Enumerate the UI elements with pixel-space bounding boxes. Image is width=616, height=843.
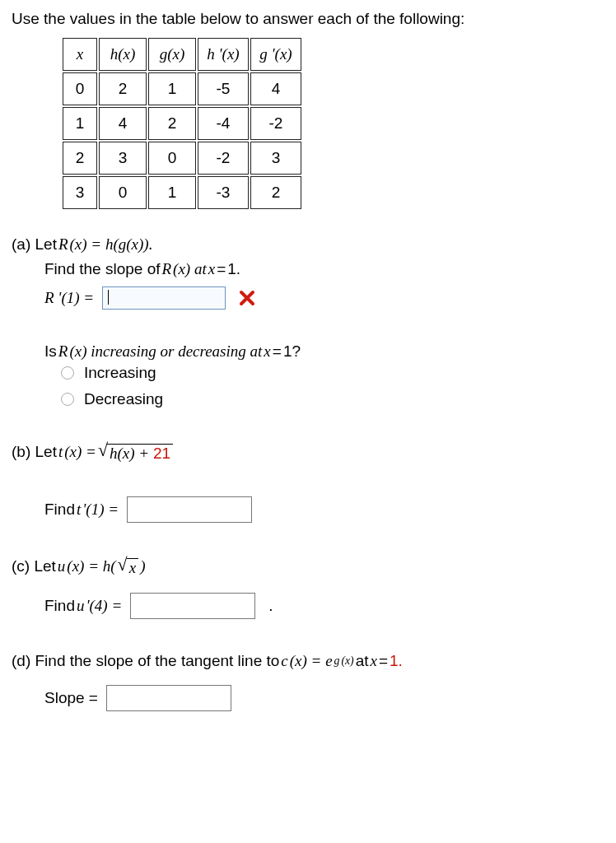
part-c-definition: (c) Let u (x) = h( √ x ) [12,556,604,578]
table-header-row: x h(x) g(x) h '(x) g '(x) [63,38,301,71]
txt: Is [44,342,57,361]
cell: 2 [250,176,301,209]
table-row: 3 0 1 -3 2 [63,176,301,209]
cell: 1 [148,72,196,105]
sqrt-expr: √ x [118,556,139,578]
cell: 4 [99,107,147,140]
part-b-definition: (b) Let t (x) = √ h(x) + 21 [12,441,604,463]
t-var: t [58,443,63,461]
cell: 0 [63,72,97,105]
label: (b) Let [12,443,57,461]
cell: -5 [198,72,249,105]
cell: 3 [99,142,147,175]
part-c-prompt: Find u '(4) = . [44,593,604,619]
val: 1. [227,260,240,278]
x-var: x [208,260,215,278]
cell: 0 [99,176,147,209]
exp-rest: (x) [341,654,353,668]
label: (c) Let [12,557,56,575]
radicand-const: 21 [153,445,170,462]
txt: Find the slope of [44,260,160,278]
txt: (x) = h( [67,557,115,575]
txt: (d) Find the slope of the tangent line t… [12,652,279,670]
post: at [356,652,369,670]
header-x: x [63,38,97,71]
header-gx: g(x) [148,38,196,71]
radio-increasing-row: Increasing [61,364,604,382]
eq: = [379,652,388,670]
val: 1? [283,342,301,361]
part-a-definition: (a) Let R (x) = h(g(x)). [12,235,604,254]
slope-input[interactable] [106,685,231,711]
table-row: 0 2 1 -5 4 [63,72,301,105]
table-row: 2 3 0 -2 3 [63,142,301,175]
radio-label: Increasing [84,364,156,382]
lhs: R '(1) = [44,289,94,307]
instruction-text: Use the values in the table below to ans… [12,10,604,28]
radio-decreasing-row: Decreasing [61,390,604,408]
part-d-slope-row: Slope = [44,685,604,711]
radio-decreasing[interactable] [61,393,74,406]
header-hx: h(x) [99,38,147,71]
radio-increasing[interactable] [61,366,74,380]
close-paren: ) [140,557,145,575]
label: (a) Let [12,235,57,254]
txt: Find [44,597,75,615]
exp-g: g [334,654,340,668]
txt: Find [44,501,75,519]
x-var: x [264,342,270,361]
period: . [268,597,273,615]
slope-label: Slope = [44,689,98,707]
cell: 1 [63,107,97,140]
part-b-prompt: Find t '(1) = [44,496,604,523]
eq: = [217,260,226,278]
u-var: u [77,597,85,615]
r-var: R [58,235,68,254]
txt: '(4) = [86,597,122,615]
cell: 3 [250,142,301,175]
radicand: x [127,558,138,578]
cell: -2 [198,142,249,175]
val: 1. [390,652,403,670]
table-row: 1 4 2 -4 -2 [63,107,301,140]
part-c: (c) Let u (x) = h( √ x ) Find u '(4) = . [12,556,604,619]
part-d: (d) Find the slope of the tangent line t… [12,652,604,711]
cell: 2 [148,107,196,140]
cell: 0 [148,142,196,175]
part-a-prompt: Find the slope of R (x) at x = 1. [44,260,604,278]
incorrect-icon [239,290,255,306]
u-var: u [58,557,66,575]
part-a-question2: Is R (x) increasing or decreasing at x =… [44,342,604,361]
txt: (x) increasing or decreasing at [69,342,262,361]
radicand-h: h(x) + [110,445,153,462]
tprime1-input[interactable] [127,496,252,523]
part-b: (b) Let t (x) = √ h(x) + 21 Find t '(1) … [12,441,604,523]
rprime1-input[interactable] [102,286,226,310]
cell: 4 [250,72,301,105]
txt: '(1) = [82,501,119,519]
cell: 2 [99,72,147,105]
function-table: x h(x) g(x) h '(x) g '(x) 0 2 1 -5 4 1 4… [61,36,303,211]
text-cursor [108,290,109,305]
radio-label: Decreasing [84,390,163,408]
cell: 3 [63,176,97,209]
uprime4-input[interactable] [130,593,255,619]
cell: -3 [198,176,249,209]
part-a: (a) Let R (x) = h(g(x)). Find the slope … [12,235,604,408]
r-var: R [58,342,68,361]
cell: 2 [63,142,97,175]
txt: (x) = [64,443,96,461]
c-var: c [281,652,287,670]
part-d-prompt: (d) Find the slope of the tangent line t… [12,652,604,670]
cell: 1 [148,176,196,209]
radicand: h(x) + 21 [107,444,173,463]
t-var: t [77,501,81,519]
part-a-answer-row: R '(1) = [44,286,604,310]
def-rest: (x) = h(g(x)). [70,235,153,254]
header-gprimex: g '(x) [250,38,301,71]
sqrt-expr: √ h(x) + 21 [98,441,173,463]
x-var: x [371,652,377,670]
mid: (x) = e [290,652,333,670]
header-hprimex: h '(x) [198,38,249,71]
txt: (x) at [173,260,207,278]
